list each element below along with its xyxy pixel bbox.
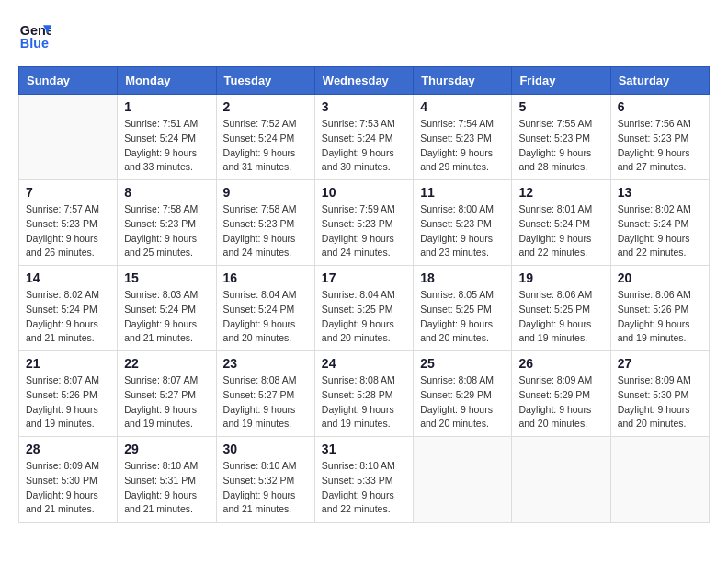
- weekday-header-thursday: Thursday: [414, 67, 512, 95]
- day-cell: 1Sunrise: 7:51 AM Sunset: 5:24 PM Daylig…: [118, 95, 216, 180]
- day-cell: 3Sunrise: 7:53 AM Sunset: 5:24 PM Daylig…: [314, 95, 413, 180]
- day-number: 25: [420, 356, 505, 371]
- day-info: Sunrise: 7:58 AM Sunset: 5:23 PM Dayligh…: [223, 202, 308, 260]
- day-info: Sunrise: 8:07 AM Sunset: 5:27 PM Dayligh…: [124, 373, 209, 431]
- day-cell: 7Sunrise: 7:57 AM Sunset: 5:23 PM Daylig…: [19, 180, 118, 266]
- day-info: Sunrise: 7:55 AM Sunset: 5:23 PM Dayligh…: [518, 117, 603, 175]
- day-number: 24: [322, 356, 406, 371]
- week-row-2: 7Sunrise: 7:57 AM Sunset: 5:23 PM Daylig…: [19, 180, 710, 266]
- day-cell: 9Sunrise: 7:58 AM Sunset: 5:23 PM Daylig…: [216, 180, 314, 266]
- day-info: Sunrise: 8:09 AM Sunset: 5:30 PM Dayligh…: [618, 373, 702, 431]
- day-number: 20: [618, 270, 702, 285]
- svg-text:Blue: Blue: [20, 36, 49, 51]
- logo-icon: General Blue: [18, 18, 51, 52]
- day-cell: 5Sunrise: 7:55 AM Sunset: 5:23 PM Daylig…: [512, 95, 610, 180]
- weekday-header-row: SundayMondayTuesdayWednesdayThursdayFrid…: [19, 67, 710, 95]
- day-info: Sunrise: 8:07 AM Sunset: 5:26 PM Dayligh…: [26, 373, 110, 431]
- day-cell: 25Sunrise: 8:08 AM Sunset: 5:29 PM Dayli…: [414, 351, 512, 437]
- day-number: 21: [26, 356, 110, 371]
- day-cell: 2Sunrise: 7:52 AM Sunset: 5:24 PM Daylig…: [216, 95, 314, 180]
- day-number: 7: [26, 185, 110, 200]
- day-cell: 30Sunrise: 8:10 AM Sunset: 5:32 PM Dayli…: [216, 437, 314, 523]
- day-info: Sunrise: 8:06 AM Sunset: 5:25 PM Dayligh…: [518, 288, 603, 346]
- day-number: 31: [322, 442, 406, 456]
- weekday-header-friday: Friday: [512, 67, 610, 95]
- day-number: 29: [124, 442, 209, 456]
- day-cell: 28Sunrise: 8:09 AM Sunset: 5:30 PM Dayli…: [19, 437, 118, 523]
- day-info: Sunrise: 7:59 AM Sunset: 5:23 PM Dayligh…: [322, 202, 406, 260]
- day-info: Sunrise: 7:51 AM Sunset: 5:24 PM Dayligh…: [124, 117, 209, 175]
- weekday-header-saturday: Saturday: [610, 67, 709, 95]
- day-cell: [512, 437, 610, 523]
- day-number: 1: [124, 99, 209, 114]
- day-number: 23: [223, 356, 308, 371]
- day-info: Sunrise: 8:08 AM Sunset: 5:28 PM Dayligh…: [322, 373, 406, 431]
- day-number: 2: [223, 99, 308, 114]
- day-cell: 11Sunrise: 8:00 AM Sunset: 5:23 PM Dayli…: [414, 180, 512, 266]
- day-number: 17: [322, 270, 406, 285]
- day-info: Sunrise: 8:02 AM Sunset: 5:24 PM Dayligh…: [618, 202, 702, 260]
- week-row-1: 1Sunrise: 7:51 AM Sunset: 5:24 PM Daylig…: [19, 95, 710, 180]
- day-info: Sunrise: 8:10 AM Sunset: 5:31 PM Dayligh…: [124, 459, 209, 517]
- day-number: 15: [124, 270, 209, 285]
- day-number: 16: [223, 270, 308, 285]
- day-cell: 16Sunrise: 8:04 AM Sunset: 5:24 PM Dayli…: [216, 266, 314, 351]
- day-number: 14: [26, 270, 110, 285]
- day-number: 26: [518, 356, 603, 371]
- day-cell: 19Sunrise: 8:06 AM Sunset: 5:25 PM Dayli…: [512, 266, 610, 351]
- day-info: Sunrise: 7:57 AM Sunset: 5:23 PM Dayligh…: [26, 202, 110, 260]
- day-info: Sunrise: 8:05 AM Sunset: 5:25 PM Dayligh…: [420, 288, 505, 346]
- day-cell: 6Sunrise: 7:56 AM Sunset: 5:23 PM Daylig…: [610, 95, 709, 180]
- day-number: 8: [124, 185, 209, 200]
- day-number: 4: [420, 99, 505, 114]
- day-cell: 26Sunrise: 8:09 AM Sunset: 5:29 PM Dayli…: [512, 351, 610, 437]
- page-header: General Blue: [18, 18, 710, 52]
- day-cell: 18Sunrise: 8:05 AM Sunset: 5:25 PM Dayli…: [414, 266, 512, 351]
- day-info: Sunrise: 7:56 AM Sunset: 5:23 PM Dayligh…: [618, 117, 702, 175]
- day-info: Sunrise: 8:02 AM Sunset: 5:24 PM Dayligh…: [26, 288, 110, 346]
- day-cell: 10Sunrise: 7:59 AM Sunset: 5:23 PM Dayli…: [314, 180, 413, 266]
- day-cell: 23Sunrise: 8:08 AM Sunset: 5:27 PM Dayli…: [216, 351, 314, 437]
- day-cell: 17Sunrise: 8:04 AM Sunset: 5:25 PM Dayli…: [314, 266, 413, 351]
- day-number: 27: [618, 356, 702, 371]
- weekday-header-sunday: Sunday: [19, 67, 118, 95]
- day-info: Sunrise: 8:09 AM Sunset: 5:30 PM Dayligh…: [26, 459, 110, 517]
- calendar: SundayMondayTuesdayWednesdayThursdayFrid…: [18, 66, 710, 523]
- day-number: 3: [322, 99, 406, 114]
- day-info: Sunrise: 7:53 AM Sunset: 5:24 PM Dayligh…: [322, 117, 406, 175]
- day-cell: 24Sunrise: 8:08 AM Sunset: 5:28 PM Dayli…: [314, 351, 413, 437]
- day-info: Sunrise: 8:04 AM Sunset: 5:24 PM Dayligh…: [223, 288, 308, 346]
- day-number: 19: [518, 270, 603, 285]
- weekday-header-tuesday: Tuesday: [216, 67, 314, 95]
- day-cell: 22Sunrise: 8:07 AM Sunset: 5:27 PM Dayli…: [118, 351, 216, 437]
- day-info: Sunrise: 8:06 AM Sunset: 5:26 PM Dayligh…: [618, 288, 702, 346]
- day-number: 5: [518, 99, 603, 114]
- day-cell: 14Sunrise: 8:02 AM Sunset: 5:24 PM Dayli…: [19, 266, 118, 351]
- day-info: Sunrise: 8:10 AM Sunset: 5:33 PM Dayligh…: [322, 459, 406, 517]
- day-info: Sunrise: 7:52 AM Sunset: 5:24 PM Dayligh…: [223, 117, 308, 175]
- day-number: 10: [322, 185, 406, 200]
- day-number: 9: [223, 185, 308, 200]
- day-number: 6: [618, 99, 702, 114]
- day-number: 18: [420, 270, 505, 285]
- day-cell: 31Sunrise: 8:10 AM Sunset: 5:33 PM Dayli…: [314, 437, 413, 523]
- day-cell: [19, 95, 118, 180]
- day-cell: 4Sunrise: 7:54 AM Sunset: 5:23 PM Daylig…: [414, 95, 512, 180]
- day-number: 28: [26, 442, 110, 456]
- day-cell: 12Sunrise: 8:01 AM Sunset: 5:24 PM Dayli…: [512, 180, 610, 266]
- day-info: Sunrise: 8:08 AM Sunset: 5:27 PM Dayligh…: [223, 373, 308, 431]
- day-number: 11: [420, 185, 505, 200]
- day-info: Sunrise: 8:08 AM Sunset: 5:29 PM Dayligh…: [420, 373, 505, 431]
- day-info: Sunrise: 8:01 AM Sunset: 5:24 PM Dayligh…: [518, 202, 603, 260]
- week-row-4: 21Sunrise: 8:07 AM Sunset: 5:26 PM Dayli…: [19, 351, 710, 437]
- day-info: Sunrise: 8:00 AM Sunset: 5:23 PM Dayligh…: [420, 202, 505, 260]
- day-cell: [414, 437, 512, 523]
- day-info: Sunrise: 7:54 AM Sunset: 5:23 PM Dayligh…: [420, 117, 505, 175]
- day-number: 22: [124, 356, 209, 371]
- weekday-header-monday: Monday: [118, 67, 216, 95]
- day-info: Sunrise: 8:04 AM Sunset: 5:25 PM Dayligh…: [322, 288, 406, 346]
- day-cell: 21Sunrise: 8:07 AM Sunset: 5:26 PM Dayli…: [19, 351, 118, 437]
- weekday-header-wednesday: Wednesday: [314, 67, 413, 95]
- day-info: Sunrise: 7:58 AM Sunset: 5:23 PM Dayligh…: [124, 202, 209, 260]
- day-info: Sunrise: 8:09 AM Sunset: 5:29 PM Dayligh…: [518, 373, 603, 431]
